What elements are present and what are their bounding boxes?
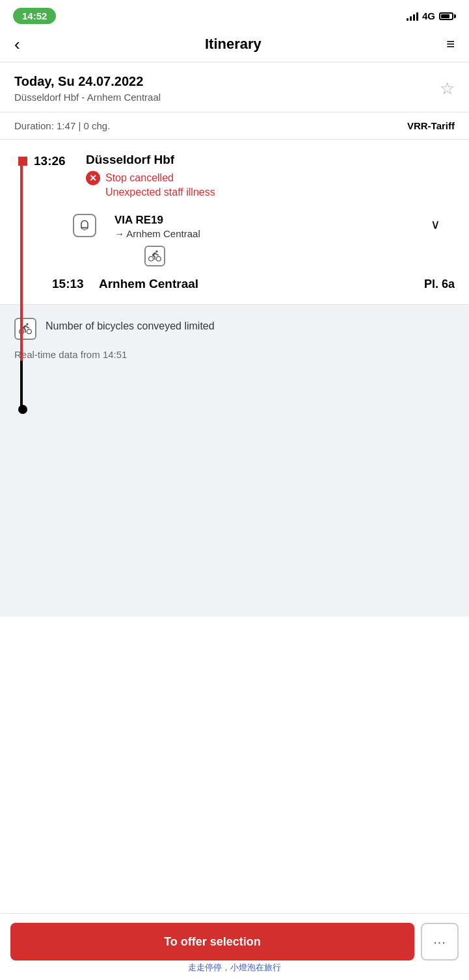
signal-icon xyxy=(407,12,418,21)
battery-icon xyxy=(439,12,456,20)
realtime-row: Real-time data from 14:51 xyxy=(14,349,455,361)
arrival-stop: 15:13 Arnhem Centraal Pl. 6a xyxy=(34,277,455,291)
departure-station: Düsseldorf Hbf xyxy=(86,153,455,167)
page-title: Itinerary xyxy=(205,36,261,53)
departure-dot xyxy=(18,157,27,166)
info-section: Number of bicycles conveyed limited Real… xyxy=(0,305,469,617)
menu-button[interactable]: ≡ xyxy=(446,37,455,51)
route-date: Today, Su 24.07.2022 xyxy=(14,74,161,89)
bikes-icon xyxy=(14,318,36,340)
arrival-dot xyxy=(18,405,27,414)
watermark: 走走停停，小燈泡在旅行 xyxy=(188,962,281,974)
more-options-button[interactable]: ··· xyxy=(421,923,459,961)
via-row: VIA RE19 → Arnhem Centraal ∨ xyxy=(34,214,455,239)
tariff-label: VRR-Tariff xyxy=(407,120,455,131)
back-button[interactable]: ‹ xyxy=(14,36,20,53)
cancel-reason: Unexpected staff illness xyxy=(86,187,455,198)
line-black xyxy=(20,361,23,406)
journey-section: 13:26 Düsseldorf Hbf ✕ Stop cancelled Un… xyxy=(0,140,469,305)
route-name: Düsseldorf Hbf - Arnhem Centraal xyxy=(14,92,161,103)
departure-time: 13:26 xyxy=(34,153,79,168)
header: ‹ Itinerary ≡ xyxy=(0,29,469,62)
departure-details: Düsseldorf Hbf ✕ Stop cancelled Unexpect… xyxy=(79,153,455,198)
bicycle-icon xyxy=(148,250,161,263)
cancel-label: Stop cancelled xyxy=(105,172,174,184)
arrival-platform: Pl. 6a xyxy=(424,277,455,291)
train-icon xyxy=(78,219,91,232)
status-bar: 14:52 4G xyxy=(0,0,469,29)
cancel-icon: ✕ xyxy=(86,171,100,185)
route-header: Today, Su 24.07.2022 Düsseldorf Hbf - Ar… xyxy=(0,62,469,112)
route-info: Today, Su 24.07.2022 Düsseldorf Hbf - Ar… xyxy=(14,74,161,103)
cancel-row: ✕ Stop cancelled xyxy=(86,171,455,185)
departure-stop: 13:26 Düsseldorf Hbf ✕ Stop cancelled Un… xyxy=(34,153,455,198)
timeline xyxy=(18,153,25,291)
status-right: 4G xyxy=(407,10,456,21)
bike-icon xyxy=(144,246,165,266)
duration-row: Duration: 1:47 | 0 chg. VRR-Tariff xyxy=(0,112,469,140)
expand-button[interactable]: ∨ xyxy=(431,214,440,232)
via-label: VIA RE19 xyxy=(114,214,431,227)
network-label: 4G xyxy=(422,10,435,21)
arrival-station: Arnhem Centraal xyxy=(92,277,424,291)
journey-content: 13:26 Düsseldorf Hbf ✕ Stop cancelled Un… xyxy=(14,153,455,291)
via-destination: → Arnhem Centraal xyxy=(114,228,431,239)
arrival-time: 15:13 xyxy=(47,277,92,291)
train-icon-box xyxy=(73,214,96,237)
realtime-text: Real-time data from 14:51 xyxy=(14,349,127,360)
bikes-info-row: Number of bicycles conveyed limited xyxy=(14,318,455,340)
duration-text: Duration: 1:47 | 0 chg. xyxy=(14,120,110,131)
offer-selection-button[interactable]: To offer selection xyxy=(10,923,414,961)
bikes-info-text: Number of bicycles conveyed limited xyxy=(46,318,215,332)
line-red xyxy=(20,166,23,361)
favorite-button[interactable]: ☆ xyxy=(440,79,455,99)
bike-icon-row xyxy=(112,246,455,266)
status-time: 14:52 xyxy=(13,8,56,24)
via-details: VIA RE19 → Arnhem Centraal xyxy=(105,214,431,239)
